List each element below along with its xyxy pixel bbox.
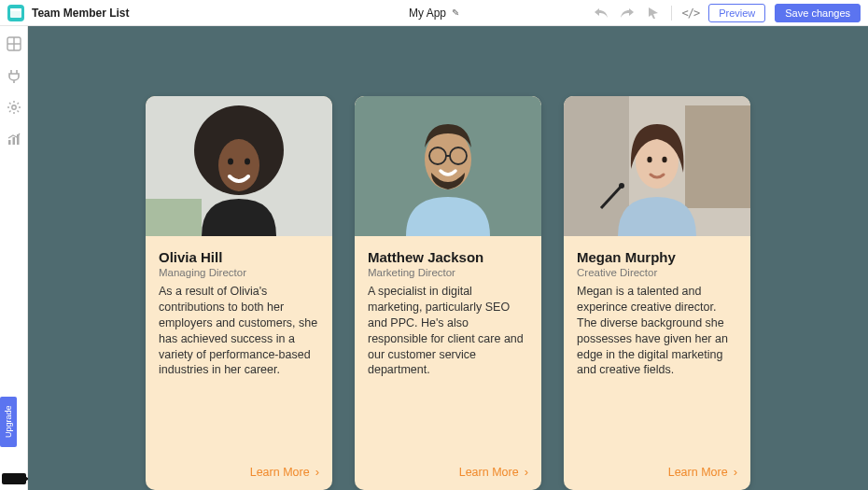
learn-more-label: Learn More [668, 466, 728, 479]
app-name-group[interactable]: My App ✎ [409, 7, 459, 20]
canvas[interactable]: Olivia Hill Managing Director As a resul… [28, 26, 868, 490]
undo-icon[interactable] [593, 5, 609, 21]
svg-rect-6 [8, 140, 11, 145]
learn-more-link[interactable]: Learn More › [250, 452, 319, 479]
svg-rect-7 [12, 137, 15, 145]
team-card[interactable]: Olivia Hill Managing Director As a resul… [146, 96, 332, 490]
member-role: Creative Director [577, 267, 737, 278]
cursor-icon[interactable] [645, 5, 662, 21]
upgrade-button[interactable]: Upgrade [0, 397, 17, 447]
member-name: Megan Murphy [577, 249, 737, 265]
main: Upgrade Oliv [0, 26, 868, 490]
member-name: Olivia Hill [159, 249, 319, 265]
svg-point-16 [425, 130, 471, 189]
card-body: Olivia Hill Managing Director As a resul… [146, 236, 332, 490]
sidebar: Upgrade [0, 26, 28, 490]
svg-rect-10 [146, 199, 202, 236]
svg-rect-22 [685, 105, 750, 208]
analytics-icon[interactable] [6, 131, 22, 147]
team-card[interactable]: Megan Murphy Creative Director Megan is … [564, 96, 750, 490]
edit-icon[interactable]: ✎ [452, 7, 459, 18]
svg-point-24 [647, 157, 651, 162]
member-photo [564, 96, 750, 236]
svg-point-5 [11, 105, 15, 109]
learn-more-link[interactable]: Learn More › [459, 452, 528, 479]
team-card[interactable]: Matthew Jackson Marketing Director A spe… [355, 96, 541, 490]
member-bio: As a result of Olivia's contributions to… [159, 284, 319, 378]
member-bio: A specialist in digital marketing, parti… [368, 284, 528, 378]
card-row: Olivia Hill Managing Director As a resul… [146, 96, 750, 490]
redo-icon[interactable] [619, 5, 636, 21]
member-bio: Megan is a talented and experince creati… [577, 284, 737, 378]
layout-icon[interactable] [6, 35, 22, 52]
learn-more-link[interactable]: Learn More › [668, 452, 737, 479]
plugin-icon[interactable] [6, 67, 22, 84]
app-name: My App [409, 7, 446, 20]
svg-point-27 [619, 183, 624, 189]
svg-point-14 [245, 159, 250, 165]
svg-point-13 [228, 159, 233, 165]
svg-point-25 [662, 157, 666, 162]
member-role: Managing Director [159, 267, 319, 278]
page-title: Team Member List [32, 7, 129, 20]
chevron-right-icon: › [734, 465, 737, 479]
learn-more-label: Learn More [250, 466, 310, 479]
card-body: Megan Murphy Creative Director Megan is … [564, 236, 750, 490]
member-photo [355, 96, 541, 236]
member-role: Marketing Director [368, 267, 528, 278]
app-logo[interactable] [7, 5, 24, 21]
divider [671, 6, 672, 21]
preview-button[interactable]: Preview [708, 4, 765, 22]
svg-rect-1 [10, 8, 21, 11]
card-body: Matthew Jackson Marketing Director A spe… [355, 236, 541, 490]
chevron-right-icon: › [525, 465, 528, 479]
bottom-badge-icon[interactable] [2, 473, 26, 484]
svg-rect-21 [564, 96, 629, 236]
chevron-right-icon: › [315, 465, 319, 479]
topbar-actions: </> Preview Save changes [593, 4, 861, 22]
member-name: Matthew Jackson [368, 249, 528, 265]
member-photo [146, 96, 332, 236]
code-icon[interactable]: </> [681, 7, 699, 20]
svg-point-12 [218, 139, 259, 191]
topbar: Team Member List My App ✎ </> Preview Sa… [0, 0, 868, 26]
save-button[interactable]: Save changes [775, 4, 861, 22]
settings-icon[interactable] [6, 99, 22, 116]
learn-more-label: Learn More [459, 466, 519, 479]
